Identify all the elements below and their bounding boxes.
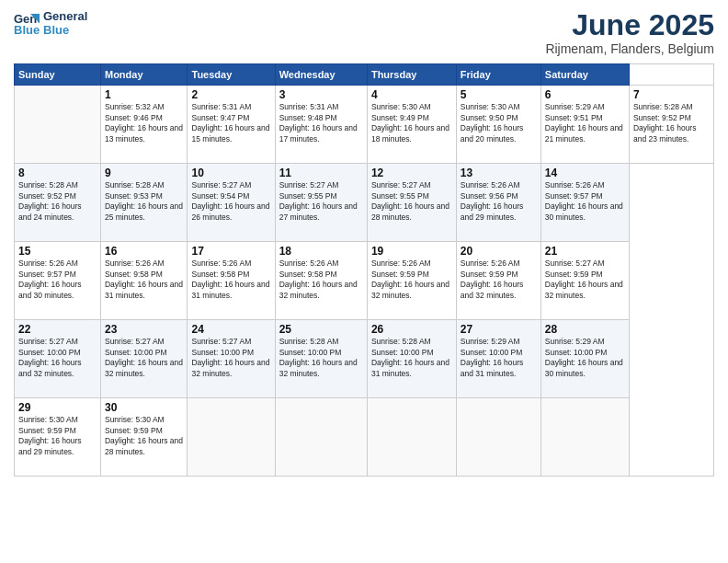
title-block: June 2025 Rijmenam, Flanders, Belgium	[545, 9, 714, 56]
day-number: 24	[191, 323, 270, 336]
day-info: Sunrise: 5:31 AMSunset: 9:48 PMDaylight:…	[279, 102, 363, 144]
day-info: Sunrise: 5:30 AMSunset: 9:59 PMDaylight:…	[105, 415, 184, 457]
day-number: 26	[371, 323, 452, 336]
calendar-cell: 30Sunrise: 5:30 AMSunset: 9:59 PMDayligh…	[100, 398, 188, 477]
day-info: Sunrise: 5:29 AMSunset: 9:51 PMDaylight:…	[545, 102, 625, 144]
day-number: 22	[18, 323, 97, 336]
day-number: 13	[461, 167, 537, 179]
day-number: 27	[461, 323, 537, 336]
day-info: Sunrise: 5:28 AMSunset: 9:53 PMDaylight:…	[105, 180, 184, 223]
day-info: Sunrise: 5:27 AMSunset: 9:55 PMDaylight:…	[279, 180, 363, 223]
day-info: Sunrise: 5:26 AMSunset: 9:57 PMDaylight:…	[18, 259, 97, 301]
page: General Blue General Blue June 2025 Rijm…	[0, 0, 728, 563]
calendar-cell: 29Sunrise: 5:30 AMSunset: 9:59 PMDayligh…	[15, 398, 101, 477]
calendar-cell: 27Sunrise: 5:29 AMSunset: 10:00 PMDaylig…	[456, 320, 540, 398]
month-title: June 2025	[545, 9, 714, 41]
calendar-day-header: Sunday	[15, 64, 101, 86]
day-info: Sunrise: 5:27 AMSunset: 10:00 PMDaylight…	[105, 337, 184, 379]
day-info: Sunrise: 5:26 AMSunset: 9:58 PMDaylight:…	[279, 259, 363, 301]
day-info: Sunrise: 5:26 AMSunset: 9:56 PMDaylight:…	[461, 180, 537, 223]
calendar-cell: 14Sunrise: 5:26 AMSunset: 9:57 PMDayligh…	[540, 164, 629, 242]
day-info: Sunrise: 5:29 AMSunset: 10:00 PMDaylight…	[545, 337, 625, 379]
calendar: SundayMondayTuesdayWednesdayThursdayFrid…	[14, 63, 714, 477]
day-number: 10	[191, 167, 270, 179]
day-number: 19	[371, 245, 452, 258]
calendar-cell: 22Sunrise: 5:27 AMSunset: 10:00 PMDaylig…	[15, 320, 101, 398]
calendar-cell: 19Sunrise: 5:26 AMSunset: 9:59 PMDayligh…	[367, 242, 456, 320]
day-info: Sunrise: 5:26 AMSunset: 9:57 PMDaylight:…	[545, 180, 625, 223]
day-number: 15	[18, 245, 97, 258]
day-number: 25	[279, 323, 363, 336]
day-number: 29	[18, 401, 97, 414]
day-info: Sunrise: 5:26 AMSunset: 9:59 PMDaylight:…	[461, 259, 537, 301]
day-info: Sunrise: 5:28 AMSunset: 9:52 PMDaylight:…	[18, 180, 97, 223]
calendar-cell: 13Sunrise: 5:26 AMSunset: 9:56 PMDayligh…	[456, 164, 540, 242]
calendar-week-row: 8Sunrise: 5:28 AMSunset: 9:52 PMDaylight…	[15, 164, 714, 242]
calendar-cell: 24Sunrise: 5:27 AMSunset: 10:00 PMDaylig…	[188, 320, 275, 398]
day-number: 8	[18, 167, 97, 179]
day-info: Sunrise: 5:32 AMSunset: 9:46 PMDaylight:…	[105, 102, 184, 144]
day-info: Sunrise: 5:27 AMSunset: 9:54 PMDaylight:…	[191, 180, 270, 223]
calendar-cell: 21Sunrise: 5:27 AMSunset: 9:59 PMDayligh…	[540, 242, 629, 320]
calendar-cell: 7Sunrise: 5:28 AMSunset: 9:52 PMDaylight…	[629, 86, 713, 164]
day-number: 7	[633, 88, 710, 101]
calendar-cell	[540, 398, 629, 477]
calendar-cell: 5Sunrise: 5:30 AMSunset: 9:50 PMDaylight…	[456, 86, 540, 164]
day-number: 17	[191, 245, 270, 258]
day-info: Sunrise: 5:27 AMSunset: 10:00 PMDaylight…	[18, 337, 97, 379]
day-number: 12	[371, 167, 452, 179]
day-info: Sunrise: 5:28 AMSunset: 10:00 PMDaylight…	[371, 337, 452, 379]
calendar-day-header: Thursday	[367, 64, 456, 86]
calendar-cell: 20Sunrise: 5:26 AMSunset: 9:59 PMDayligh…	[456, 242, 540, 320]
day-number: 20	[461, 245, 537, 258]
calendar-week-row: 15Sunrise: 5:26 AMSunset: 9:57 PMDayligh…	[15, 242, 714, 320]
day-number: 30	[105, 401, 184, 414]
calendar-week-row: 29Sunrise: 5:30 AMSunset: 9:59 PMDayligh…	[15, 398, 714, 477]
day-info: Sunrise: 5:30 AMSunset: 9:59 PMDaylight:…	[18, 415, 97, 457]
day-info: Sunrise: 5:26 AMSunset: 9:58 PMDaylight:…	[105, 259, 184, 301]
day-number: 21	[545, 245, 625, 258]
day-info: Sunrise: 5:27 AMSunset: 9:59 PMDaylight:…	[545, 259, 625, 301]
calendar-day-header: Saturday	[540, 64, 629, 86]
day-info: Sunrise: 5:27 AMSunset: 10:00 PMDaylight…	[191, 337, 270, 379]
calendar-cell: 23Sunrise: 5:27 AMSunset: 10:00 PMDaylig…	[100, 320, 188, 398]
calendar-cell	[456, 398, 540, 477]
header: General Blue General Blue June 2025 Rijm…	[14, 9, 714, 56]
calendar-cell: 10Sunrise: 5:27 AMSunset: 9:54 PMDayligh…	[188, 164, 275, 242]
day-number: 4	[371, 88, 452, 101]
calendar-cell	[188, 398, 275, 477]
calendar-header-row: SundayMondayTuesdayWednesdayThursdayFrid…	[15, 64, 714, 86]
calendar-cell: 2Sunrise: 5:31 AMSunset: 9:47 PMDaylight…	[188, 86, 275, 164]
calendar-cell: 26Sunrise: 5:28 AMSunset: 10:00 PMDaylig…	[367, 320, 456, 398]
day-number: 14	[545, 167, 625, 179]
calendar-cell: 11Sunrise: 5:27 AMSunset: 9:55 PMDayligh…	[275, 164, 367, 242]
day-info: Sunrise: 5:26 AMSunset: 9:59 PMDaylight:…	[371, 259, 452, 301]
calendar-cell: 15Sunrise: 5:26 AMSunset: 9:57 PMDayligh…	[15, 242, 101, 320]
day-number: 18	[279, 245, 363, 258]
calendar-cell: 4Sunrise: 5:30 AMSunset: 9:49 PMDaylight…	[367, 86, 456, 164]
calendar-cell: 1Sunrise: 5:32 AMSunset: 9:46 PMDaylight…	[100, 86, 188, 164]
day-number: 5	[461, 88, 537, 101]
calendar-cell: 12Sunrise: 5:27 AMSunset: 9:55 PMDayligh…	[367, 164, 456, 242]
location: Rijmenam, Flanders, Belgium	[545, 41, 714, 56]
day-info: Sunrise: 5:30 AMSunset: 9:49 PMDaylight:…	[371, 102, 452, 144]
day-number: 2	[191, 88, 270, 101]
day-number: 9	[105, 167, 184, 179]
calendar-cell: 8Sunrise: 5:28 AMSunset: 9:52 PMDaylight…	[15, 164, 101, 242]
day-info: Sunrise: 5:31 AMSunset: 9:47 PMDaylight:…	[191, 102, 270, 144]
day-number: 23	[105, 323, 184, 336]
calendar-cell-empty	[15, 86, 101, 164]
svg-text:Blue: Blue	[14, 23, 40, 36]
calendar-cell: 28Sunrise: 5:29 AMSunset: 10:00 PMDaylig…	[540, 320, 629, 398]
day-info: Sunrise: 5:29 AMSunset: 10:00 PMDaylight…	[461, 337, 537, 379]
day-info: Sunrise: 5:30 AMSunset: 9:50 PMDaylight:…	[461, 102, 537, 144]
calendar-cell: 17Sunrise: 5:26 AMSunset: 9:58 PMDayligh…	[188, 242, 275, 320]
day-info: Sunrise: 5:28 AMSunset: 10:00 PMDaylight…	[279, 337, 363, 379]
logo-text: General Blue	[43, 9, 87, 37]
logo: General Blue General Blue	[14, 9, 87, 37]
calendar-day-header: Monday	[100, 64, 188, 86]
calendar-cell	[367, 398, 456, 477]
calendar-day-header: Wednesday	[275, 64, 367, 86]
calendar-day-header: Friday	[456, 64, 540, 86]
calendar-cell: 9Sunrise: 5:28 AMSunset: 9:53 PMDaylight…	[100, 164, 188, 242]
